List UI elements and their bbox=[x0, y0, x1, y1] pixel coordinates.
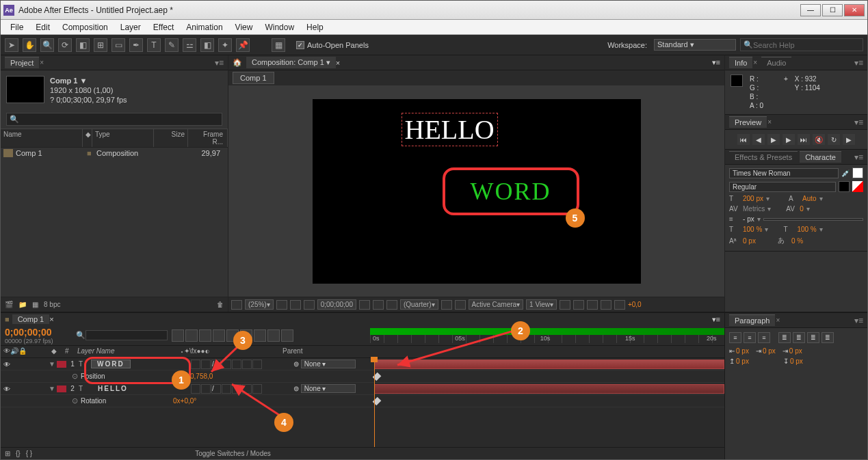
info-tab[interactable]: Info bbox=[729, 57, 752, 68]
panel-menu-icon[interactable]: ▾≡ bbox=[854, 316, 863, 325]
play-button[interactable]: ▶ bbox=[767, 134, 780, 145]
tsume-value[interactable]: 0 % bbox=[791, 237, 803, 245]
selection-tool[interactable]: ➤ bbox=[5, 38, 18, 52]
col-type[interactable]: Type bbox=[92, 129, 154, 147]
menu-help[interactable]: Help bbox=[301, 21, 329, 33]
space-after-value[interactable]: 0 px bbox=[790, 357, 803, 365]
character-tab[interactable]: Characte bbox=[800, 151, 841, 163]
justify-right-button[interactable]: ≣ bbox=[807, 332, 819, 343]
camera-tool[interactable]: ◧ bbox=[76, 38, 90, 52]
mute-button[interactable]: 🔇 bbox=[813, 134, 825, 145]
color-icon[interactable] bbox=[386, 300, 397, 310]
close-icon[interactable]: × bbox=[776, 316, 780, 324]
menu-edit[interactable]: Edit bbox=[30, 21, 55, 33]
ram-preview-button[interactable]: ▶ bbox=[843, 134, 855, 145]
indent-left-value[interactable]: 0 px bbox=[736, 347, 749, 355]
channel-icon[interactable] bbox=[373, 300, 384, 310]
snapshot-icon[interactable] bbox=[359, 300, 370, 310]
comp-thumbnail[interactable] bbox=[6, 76, 44, 103]
roi-icon[interactable] bbox=[441, 300, 452, 310]
indent-right-value[interactable]: 0 px bbox=[789, 347, 802, 355]
stroke-width-value[interactable]: - px bbox=[743, 215, 754, 223]
workspace-select[interactable]: Standard ▾ bbox=[654, 39, 736, 51]
timeline-search-input[interactable] bbox=[86, 330, 168, 340]
text-layer-word[interactable]: WORD bbox=[471, 177, 551, 206]
preview-tab[interactable]: Preview bbox=[729, 116, 767, 128]
prev-frame-button[interactable]: ◀ bbox=[752, 134, 765, 145]
shy-icon[interactable] bbox=[185, 329, 198, 342]
no-stroke-icon[interactable] bbox=[852, 181, 863, 192]
audio-tab[interactable]: Audio bbox=[761, 57, 791, 68]
camera-dropdown[interactable]: Active Camera ▾ bbox=[469, 299, 524, 310]
menu-window[interactable]: Window bbox=[259, 21, 300, 33]
close-icon[interactable]: × bbox=[767, 118, 772, 126]
toggle-icon[interactable]: {} bbox=[16, 450, 21, 457]
panel-menu-icon[interactable]: ▾≡ bbox=[712, 58, 720, 67]
roto-tool[interactable]: ✦ bbox=[218, 38, 232, 52]
vscale-value[interactable]: 100 % bbox=[743, 226, 762, 233]
project-tab[interactable]: Project bbox=[5, 57, 39, 68]
type-tool[interactable]: T bbox=[147, 38, 161, 52]
col-size[interactable]: Size bbox=[154, 129, 188, 147]
puppet-tool[interactable]: 📌 bbox=[236, 38, 250, 52]
twirl-icon[interactable]: ▼ bbox=[49, 385, 57, 392]
first-frame-button[interactable]: ⏮ bbox=[737, 134, 750, 145]
resolution-icon[interactable] bbox=[276, 300, 287, 310]
frame-blend-icon[interactable] bbox=[199, 329, 211, 342]
tracking-value[interactable]: 0 bbox=[800, 205, 804, 213]
stroke-style-select[interactable] bbox=[763, 218, 863, 221]
timeline-comp-tab[interactable]: Comp 1 bbox=[12, 314, 50, 324]
panel-icon[interactable]: ▦ bbox=[272, 38, 285, 52]
folder-icon[interactable]: 📁 bbox=[18, 301, 27, 308]
justify-left-button[interactable]: ≣ bbox=[778, 332, 791, 343]
layer-bar-2[interactable] bbox=[374, 384, 724, 394]
panel-menu-icon[interactable]: ▾≡ bbox=[712, 315, 720, 324]
pixel-aspect-icon[interactable] bbox=[560, 300, 570, 310]
fill-color[interactable] bbox=[852, 167, 863, 178]
hscale-value[interactable]: 100 % bbox=[797, 226, 816, 233]
expand-icon[interactable]: ⊞ bbox=[5, 450, 10, 457]
font-family-select[interactable]: Times New Roman bbox=[729, 168, 839, 178]
comp-icon[interactable]: ▦ bbox=[32, 301, 38, 308]
time-ruler[interactable]: 0s 05s 10s 15s 20s bbox=[370, 325, 724, 345]
panel-menu-icon[interactable]: ▾≡ bbox=[854, 118, 863, 127]
label-color[interactable] bbox=[57, 385, 66, 392]
menu-animation[interactable]: Animation bbox=[181, 21, 228, 33]
menu-view[interactable]: View bbox=[230, 21, 259, 33]
indent-first-value[interactable]: 0 px bbox=[763, 347, 776, 355]
panel-menu-icon[interactable]: ▾≡ bbox=[854, 152, 863, 162]
pickwhip-icon[interactable]: ⊚ bbox=[293, 385, 299, 392]
composition-viewer[interactable]: HELLO WORD 5 bbox=[228, 85, 724, 297]
panel-menu-icon[interactable]: ▾≡ bbox=[854, 58, 863, 68]
last-frame-button[interactable]: ⏭ bbox=[798, 134, 810, 145]
auto-keyframe-icon[interactable] bbox=[254, 329, 266, 342]
col-framerate[interactable]: Frame R... bbox=[188, 129, 228, 147]
font-size-value[interactable]: 200 px bbox=[743, 195, 763, 202]
close-icon[interactable]: × bbox=[336, 59, 340, 67]
transparency-icon[interactable] bbox=[455, 300, 466, 310]
search-input[interactable] bbox=[753, 41, 849, 49]
grid-icon[interactable] bbox=[290, 300, 301, 310]
pen-tool[interactable]: ✒ bbox=[129, 38, 143, 52]
menu-file[interactable]: File bbox=[5, 21, 29, 33]
close-icon[interactable]: × bbox=[753, 59, 757, 66]
motion-blur-icon[interactable] bbox=[213, 329, 225, 342]
menu-composition[interactable]: Composition bbox=[57, 21, 114, 33]
label-color[interactable] bbox=[57, 361, 66, 368]
stroke-color[interactable] bbox=[839, 181, 850, 192]
trash-icon[interactable]: 🗑 bbox=[217, 301, 224, 308]
playhead[interactable] bbox=[374, 358, 375, 447]
justify-all-button[interactable]: ≣ bbox=[821, 332, 834, 343]
menu-layer[interactable]: Layer bbox=[115, 21, 146, 33]
guides-icon[interactable] bbox=[304, 300, 315, 310]
project-item-row[interactable]: Comp 1 ■ Composition 29,97 bbox=[1, 148, 228, 159]
next-frame-button[interactable]: ▶ bbox=[782, 134, 795, 145]
layer-bar-1[interactable] bbox=[374, 360, 724, 369]
current-timecode[interactable]: 0;00;00;00 bbox=[5, 327, 72, 338]
view-dropdown[interactable]: 1 View ▾ bbox=[526, 299, 557, 310]
align-right-button[interactable]: ≡ bbox=[758, 332, 770, 343]
stopwatch-icon[interactable]: ⊙ bbox=[72, 396, 78, 405]
col-name[interactable]: Name bbox=[1, 129, 83, 147]
leading-value[interactable]: Auto bbox=[802, 195, 817, 202]
eraser-tool[interactable]: ◧ bbox=[200, 38, 214, 52]
